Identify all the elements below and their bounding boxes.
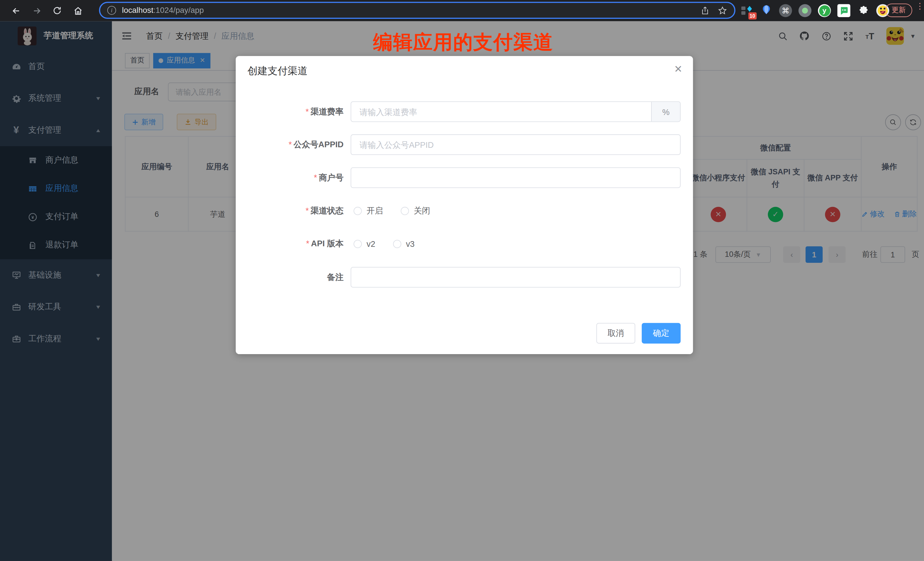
radio-circle-icon [354,240,362,248]
cancel-button[interactable]: 取消 [596,323,635,344]
browser-back-icon[interactable] [10,5,22,16]
field-label-merchant: *商户号 [236,172,344,183]
merchant-input-group [351,167,681,188]
field-label-remark: 备注 [236,272,344,283]
extension-vue-devtools-icon[interactable]: 10 [740,4,753,17]
extensions-puzzle-icon[interactable] [857,4,870,17]
browser-chrome: i localhost:1024/pay/app 10 ⌘ [0,0,924,21]
browser-home-icon[interactable] [72,5,84,16]
extension-badge: 10 [748,12,757,20]
extension-y-icon[interactable]: y [818,4,831,17]
field-label-rate: *渠道费率 [236,107,344,117]
rate-input[interactable] [351,102,651,121]
url-bar[interactable]: i localhost:1024/pay/app [99,2,735,19]
api-radio-v2[interactable]: v2 [354,239,375,249]
extension-row: 10 ⌘ y [740,2,889,19]
app-shell: 芋道管理系统 首页 系统管理 ▼ ¥ 支付管理 ▲ [0,21,924,561]
api-version-radio-group: v2 v3 [354,238,415,250]
status-radio-on[interactable]: 开启 [354,206,383,216]
radio-circle-icon [393,240,401,248]
rate-suffix: % [651,102,680,121]
extension-chat-icon[interactable] [837,4,850,17]
browser-reload-icon[interactable] [51,5,63,16]
browser-menu-icon[interactable]: ⋮ [916,4,922,8]
status-radio-group: 开启 关闭 [354,205,430,217]
field-label-appid: *公众号APPID [236,140,344,150]
appid-input-group [351,134,681,155]
dialog-title: 创建支付渠道 [248,64,308,78]
radio-circle-icon [354,207,362,215]
appid-input[interactable] [351,135,680,154]
create-pay-channel-dialog: 创建支付渠道 ✕ *渠道费率 % *公众号APPID *商户号 *渠道状态 开启 [236,56,693,354]
field-label-api-version: *API 版本 [236,238,344,249]
radio-circle-icon [400,207,409,215]
confirm-button[interactable]: 确定 [642,323,681,344]
bookmark-star-icon[interactable] [718,6,727,15]
extension-green-dot-icon[interactable] [798,4,811,17]
browser-forward-icon[interactable] [30,5,42,16]
merchant-input[interactable] [351,168,680,188]
extension-balloon-icon[interactable] [760,4,772,17]
extension-command-icon[interactable]: ⌘ [779,4,792,17]
site-info-icon[interactable]: i [107,6,116,15]
share-icon[interactable] [700,6,710,15]
dialog-close-icon[interactable]: ✕ [674,63,682,75]
remark-input[interactable] [351,268,680,287]
screen: i localhost:1024/pay/app 10 ⌘ [0,0,924,561]
remark-input-group [351,267,681,287]
rate-input-group: % [351,101,681,122]
url-text[interactable]: localhost:1024/pay/app [122,6,204,15]
browser-update-button[interactable]: 更新 [885,3,912,17]
api-radio-v3[interactable]: v3 [393,239,415,249]
annotation-title: 编辑应用的支付渠道 [373,29,554,56]
field-label-status: *渠道状态 [236,206,344,216]
status-radio-off[interactable]: 关闭 [400,206,430,216]
